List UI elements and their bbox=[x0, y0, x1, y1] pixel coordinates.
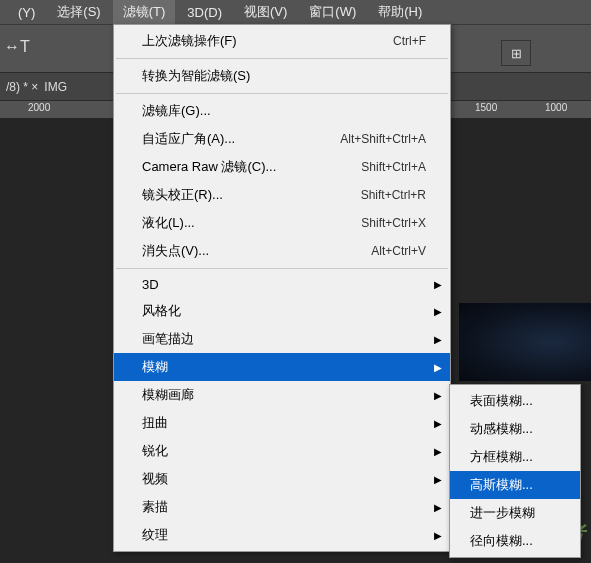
menuitem-label: 扭曲 bbox=[142, 414, 168, 432]
menuitem-label: 纹理 bbox=[142, 526, 168, 544]
separator bbox=[116, 93, 448, 94]
shortcut-text: Shift+Ctrl+A bbox=[361, 160, 426, 174]
tick-1500: 1500 bbox=[475, 102, 497, 113]
submenu-surface-blur[interactable]: 表面模糊... bbox=[450, 387, 580, 415]
menuitem-label: 模糊 bbox=[142, 358, 168, 376]
menuitem-video[interactable]: 视频 ▶ bbox=[114, 465, 450, 493]
menuitem-label: 视频 bbox=[142, 470, 168, 488]
tab-doc1[interactable]: /8) * × bbox=[6, 80, 38, 94]
menuitem-adaptive-wide-angle[interactable]: 自适应广角(A)... Alt+Shift+Ctrl+A bbox=[114, 125, 450, 153]
menuitem-3d[interactable]: 3D ▶ bbox=[114, 272, 450, 297]
image-preview bbox=[459, 303, 591, 381]
menuitem-label: 风格化 bbox=[142, 302, 181, 320]
menuitem-label: 锐化 bbox=[142, 442, 168, 460]
submenu-arrow-icon: ▶ bbox=[434, 279, 442, 290]
menuitem-sharpen[interactable]: 锐化 ▶ bbox=[114, 437, 450, 465]
menuitem-label: 高斯模糊... bbox=[470, 476, 533, 494]
submenu-gaussian-blur[interactable]: 高斯模糊... bbox=[450, 471, 580, 499]
submenu-box-blur[interactable]: 方框模糊... bbox=[450, 443, 580, 471]
menu-3d[interactable]: 3D(D) bbox=[177, 2, 232, 23]
submenu-arrow-icon: ▶ bbox=[434, 306, 442, 317]
submenu-arrow-icon: ▶ bbox=[434, 334, 442, 345]
filter-menu-dropdown: 上次滤镜操作(F) Ctrl+F 转换为智能滤镜(S) 滤镜库(G)... 自适… bbox=[113, 24, 451, 552]
menuitem-smart-filter[interactable]: 转换为智能滤镜(S) bbox=[114, 62, 450, 90]
menuitem-brush-strokes[interactable]: 画笔描边 ▶ bbox=[114, 325, 450, 353]
menuitem-label: 转换为智能滤镜(S) bbox=[142, 67, 250, 85]
submenu-motion-blur[interactable]: 动感模糊... bbox=[450, 415, 580, 443]
menuitem-label: 自适应广角(A)... bbox=[142, 130, 235, 148]
submenu-radial-blur[interactable]: 径向模糊... bbox=[450, 527, 580, 555]
menuitem-label: 上次滤镜操作(F) bbox=[142, 32, 237, 50]
menu-view[interactable]: 视图(V) bbox=[234, 0, 297, 24]
text-tool-icon[interactable]: ↔T bbox=[4, 38, 26, 60]
menuitem-label: 模糊画廊 bbox=[142, 386, 194, 404]
menuitem-label: 表面模糊... bbox=[470, 392, 533, 410]
menuitem-blur-gallery[interactable]: 模糊画廊 ▶ bbox=[114, 381, 450, 409]
menuitem-last-filter[interactable]: 上次滤镜操作(F) Ctrl+F bbox=[114, 27, 450, 55]
menu-filter[interactable]: 滤镜(T) bbox=[113, 0, 176, 24]
menubar: (Y) 选择(S) 滤镜(T) 3D(D) 视图(V) 窗口(W) 帮助(H) bbox=[0, 0, 591, 24]
shortcut-text: Alt+Shift+Ctrl+A bbox=[340, 132, 426, 146]
shortcut-text: Shift+Ctrl+X bbox=[361, 216, 426, 230]
menuitem-filter-gallery[interactable]: 滤镜库(G)... bbox=[114, 97, 450, 125]
menuitem-label: 液化(L)... bbox=[142, 214, 195, 232]
menuitem-label: 方框模糊... bbox=[470, 448, 533, 466]
panel-toggle-icon[interactable]: ⊞ bbox=[501, 40, 531, 66]
menuitem-label: 3D bbox=[142, 277, 159, 292]
menuitem-sketch[interactable]: 素描 ▶ bbox=[114, 493, 450, 521]
menu-help[interactable]: 帮助(H) bbox=[368, 0, 432, 24]
submenu-arrow-icon: ▶ bbox=[434, 446, 442, 457]
tick-2000: 2000 bbox=[28, 102, 50, 113]
menuitem-camera-raw[interactable]: Camera Raw 滤镜(C)... Shift+Ctrl+A bbox=[114, 153, 450, 181]
separator bbox=[116, 58, 448, 59]
shortcut-text: Shift+Ctrl+R bbox=[361, 188, 426, 202]
menuitem-label: 消失点(V)... bbox=[142, 242, 209, 260]
menuitem-label: 画笔描边 bbox=[142, 330, 194, 348]
menuitem-vanishing-point[interactable]: 消失点(V)... Alt+Ctrl+V bbox=[114, 237, 450, 265]
menuitem-blur[interactable]: 模糊 ▶ bbox=[114, 353, 450, 381]
menuitem-lens-correction[interactable]: 镜头校正(R)... Shift+Ctrl+R bbox=[114, 181, 450, 209]
menu-y[interactable]: (Y) bbox=[8, 2, 45, 23]
submenu-arrow-icon: ▶ bbox=[434, 530, 442, 541]
shortcut-text: Ctrl+F bbox=[393, 34, 426, 48]
submenu-arrow-icon: ▶ bbox=[434, 390, 442, 401]
menuitem-texture[interactable]: 纹理 ▶ bbox=[114, 521, 450, 549]
menu-window[interactable]: 窗口(W) bbox=[299, 0, 366, 24]
submenu-arrow-icon: ▶ bbox=[434, 502, 442, 513]
menuitem-label: 滤镜库(G)... bbox=[142, 102, 211, 120]
menuitem-label: 素描 bbox=[142, 498, 168, 516]
submenu-arrow-icon: ▶ bbox=[434, 418, 442, 429]
menuitem-label: 镜头校正(R)... bbox=[142, 186, 223, 204]
menuitem-liquify[interactable]: 液化(L)... Shift+Ctrl+X bbox=[114, 209, 450, 237]
menu-select[interactable]: 选择(S) bbox=[47, 0, 110, 24]
menuitem-label: Camera Raw 滤镜(C)... bbox=[142, 158, 276, 176]
menuitem-label: 径向模糊... bbox=[470, 532, 533, 550]
shortcut-text: Alt+Ctrl+V bbox=[371, 244, 426, 258]
blur-submenu: 表面模糊... 动感模糊... 方框模糊... 高斯模糊... 进一步模糊 径向… bbox=[449, 384, 581, 558]
menuitem-distort[interactable]: 扭曲 ▶ bbox=[114, 409, 450, 437]
tick-1000: 1000 bbox=[545, 102, 567, 113]
submenu-blur-more[interactable]: 进一步模糊 bbox=[450, 499, 580, 527]
separator bbox=[116, 268, 448, 269]
menuitem-label: 动感模糊... bbox=[470, 420, 533, 438]
menuitem-label: 进一步模糊 bbox=[470, 504, 535, 522]
submenu-arrow-icon: ▶ bbox=[434, 362, 442, 373]
menuitem-stylize[interactable]: 风格化 ▶ bbox=[114, 297, 450, 325]
tab-doc2[interactable]: IMG bbox=[44, 80, 67, 94]
submenu-arrow-icon: ▶ bbox=[434, 474, 442, 485]
